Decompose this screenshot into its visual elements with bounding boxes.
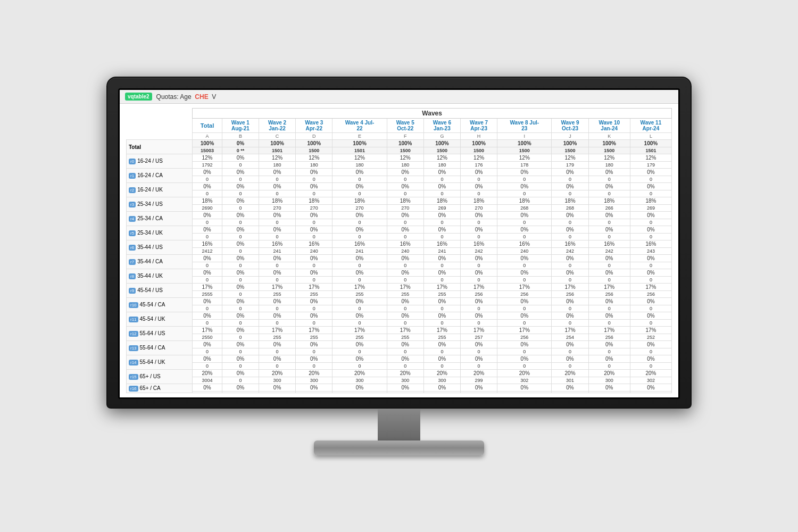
cell-n-r14-c4: 0 xyxy=(332,348,387,355)
cell-pct-r10-c8: 17% xyxy=(497,284,552,291)
cell-n-r0-c1: 0 ** xyxy=(222,147,259,154)
cell-n-r0-c3: 1500 xyxy=(296,147,332,154)
cell-n-r0-c11: 1501 xyxy=(630,147,671,154)
cell-n-r12-c6: 0 xyxy=(423,320,460,327)
cell-pct-r6-c1: 0% xyxy=(222,226,259,234)
cell-n-r14-c0: 0 xyxy=(193,348,222,355)
cell-n-r6-c5: 0 xyxy=(387,234,423,240)
cell-n-r7-c6: 241 xyxy=(423,248,460,255)
cell-pct-r14-c6: 0% xyxy=(423,341,460,348)
cell-pct-r7-c10: 16% xyxy=(588,240,630,248)
cell-pct-r6-c5: 0% xyxy=(387,226,423,234)
cell-n-r7-c7: 242 xyxy=(461,248,497,255)
cell-n-r17-c1 xyxy=(222,392,259,393)
cell-pct-r10-c7: 17% xyxy=(461,284,497,291)
cell-pct-r2-c4: 0% xyxy=(332,169,387,176)
cell-n-r12-c10: 0 xyxy=(588,320,630,327)
cell-n-r1-c7: 176 xyxy=(461,162,497,169)
cell-pct-r5-c4: 0% xyxy=(332,212,387,219)
cell-pct-r3-c9: 0% xyxy=(552,183,588,190)
cell-pct-r17-c6: 0% xyxy=(423,384,460,392)
cell-n-r3-c1: 0 xyxy=(222,190,259,197)
cell-pct-r15-c1: 0% xyxy=(222,355,259,363)
cell-pct-r12-c5: 0% xyxy=(387,312,423,320)
cell-pct-r12-c1: 0% xyxy=(222,312,259,320)
cell-n-r14-c10: 0 xyxy=(588,348,630,355)
cell-n-r2-c11: 0 xyxy=(630,176,671,183)
cell-n-r13-c6: 255 xyxy=(423,334,460,341)
cell-pct-r7-c9: 16% xyxy=(552,240,588,248)
cell-pct-r5-c2: 0% xyxy=(259,212,295,219)
cell-n-r5-c2: 0 xyxy=(259,219,295,226)
cell-pct-r16-c0: 20% xyxy=(193,370,222,377)
row-label-11: r1045-54 / CA xyxy=(127,298,193,312)
cell-n-r8-c11: 0 xyxy=(630,262,671,269)
cell-pct-r10-c11: 17% xyxy=(630,284,671,291)
toolbar: vqtable2 Quotas: Age CHE V xyxy=(120,90,678,104)
cell-n-r2-c0: 0 xyxy=(193,176,222,183)
cell-pct-r2-c0: 0% xyxy=(193,169,222,176)
cell-n-r14-c1: 0 xyxy=(222,348,259,355)
col-header-total: Total xyxy=(193,119,222,133)
cell-n-r1-c1: 0 xyxy=(222,162,259,169)
cell-pct-r8-c2: 0% xyxy=(259,255,295,262)
table-content: Waves TotalWave 1Aug-21Wave 2Jan-22Wave … xyxy=(120,104,678,397)
cell-pct-r16-c8: 20% xyxy=(497,370,552,377)
cell-pct-r1-c3: 12% xyxy=(296,154,332,162)
cell-pct-r15-c9: 0% xyxy=(552,355,588,363)
cell-n-r11-c3: 0 xyxy=(296,305,332,312)
cell-n-r1-c8: 178 xyxy=(497,162,552,169)
cell-pct-r8-c4: 0% xyxy=(332,255,387,262)
cell-pct-r12-c6: 0% xyxy=(423,312,460,320)
cell-n-r16-c8: 302 xyxy=(497,377,552,384)
cell-n-r9-c7: 0 xyxy=(461,277,497,284)
cell-pct-r3-c3: 0% xyxy=(296,183,332,190)
cell-pct-r12-c9: 0% xyxy=(552,312,588,320)
wave-letter-row: ABCDEFGHIJKL xyxy=(127,133,672,140)
cell-n-r13-c1: 0 xyxy=(222,334,259,341)
cell-pct-r12-c2: 0% xyxy=(259,312,295,320)
cell-n-r3-c7: 0 xyxy=(461,190,497,197)
cell-n-r8-c4: 0 xyxy=(332,262,387,269)
col-letter-w9: J xyxy=(552,133,588,140)
cell-pct-r15-c0: 0% xyxy=(193,355,222,363)
cell-n-r11-c1: 0 xyxy=(222,305,259,312)
toolbar-title: Quotas: Age CHE V xyxy=(156,93,217,101)
cell-pct-r15-c7: 0% xyxy=(461,355,497,363)
cell-pct-r13-c11: 17% xyxy=(630,327,671,334)
cell-pct-r3-c2: 0% xyxy=(259,183,295,190)
cell-n-r10-c6: 255 xyxy=(423,291,460,298)
cell-n-r12-c7: 0 xyxy=(461,320,497,327)
cell-n-r16-c2: 300 xyxy=(259,377,295,384)
row-label-9: r835-44 / UK xyxy=(127,269,193,284)
cell-n-r6-c0: 0 xyxy=(193,234,222,240)
cell-n-r1-c10: 180 xyxy=(588,162,630,169)
col-letter-w5: F xyxy=(387,133,423,140)
cell-n-r4-c0: 2690 xyxy=(193,205,222,212)
cell-n-r16-c1: 0 xyxy=(222,377,259,384)
cell-pct-r2-c9: 0% xyxy=(552,169,588,176)
cell-pct-r5-c0: 0% xyxy=(193,212,222,219)
cell-pct-r15-c11: 0% xyxy=(630,355,671,363)
app-logo: vqtable2 xyxy=(125,93,152,101)
cell-n-r3-c11: 0 xyxy=(630,190,671,197)
cell-n-r9-c11: 0 xyxy=(630,277,671,284)
cell-n-r15-c10: 0 xyxy=(588,363,630,370)
cell-pct-r8-c7: 0% xyxy=(461,255,497,262)
cell-n-r4-c11: 269 xyxy=(630,205,671,212)
monitor-wrapper: vqtable2 Quotas: Age CHE V Waves xyxy=(106,77,692,455)
cell-n-r8-c0: 0 xyxy=(193,262,222,269)
che-label: CHE xyxy=(195,93,208,101)
cell-pct-r9-c7: 0% xyxy=(461,269,497,277)
cell-n-r12-c5: 0 xyxy=(387,320,423,327)
cell-n-r8-c7: 0 xyxy=(461,262,497,269)
cell-n-r2-c1: 0 xyxy=(222,176,259,183)
row-label-3: r216-24 / UK xyxy=(127,183,193,197)
cell-pct-r10-c10: 17% xyxy=(588,284,630,291)
cell-n-r8-c2: 0 xyxy=(259,262,295,269)
cell-n-r10-c7: 256 xyxy=(461,291,497,298)
cell-n-r17-c8 xyxy=(497,392,552,393)
cell-n-r0-c2: 1501 xyxy=(259,147,295,154)
cell-n-r5-c3: 0 xyxy=(296,219,332,226)
cell-pct-r3-c1: 0% xyxy=(222,183,259,190)
